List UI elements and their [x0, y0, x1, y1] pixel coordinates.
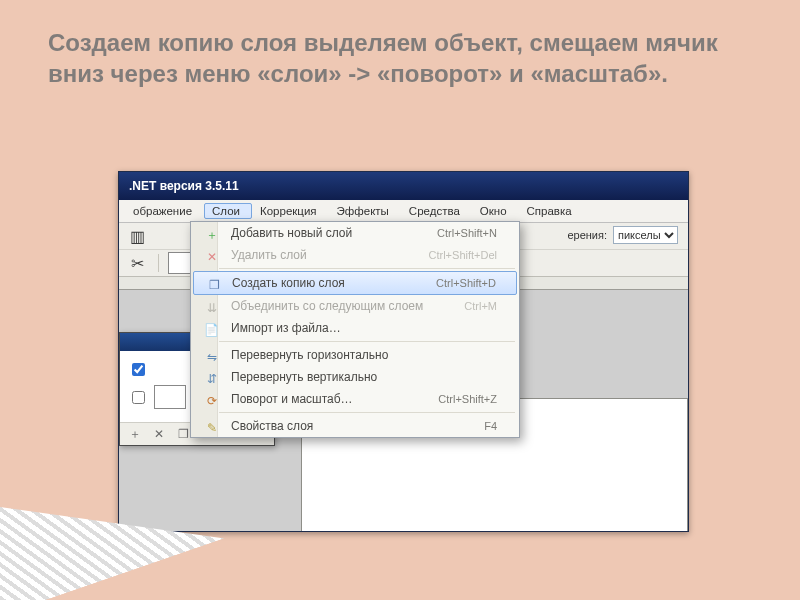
menu-item-label: Перевернуть вертикально [223, 368, 509, 386]
menu-image[interactable]: ображение [125, 203, 204, 219]
menu-effects[interactable]: Эффекты [329, 203, 401, 219]
menu-item-shortcut: Ctrl+Shift+Z [430, 391, 509, 407]
menu-item-import-file[interactable]: 📄 Импорт из файла… [191, 317, 519, 339]
units-area: ерения: пикселы [567, 226, 678, 244]
menu-item-shortcut [489, 326, 509, 330]
menu-item-delete-layer: ✕ Удалить слой Ctrl+Shift+Del [191, 244, 519, 266]
menu-item-shortcut: F4 [476, 418, 509, 434]
layer-visibility-checkbox[interactable] [132, 363, 145, 376]
menu-separator [219, 412, 515, 413]
menu-item-flip-horizontal[interactable]: ⇋ Перевернуть горизонтально [191, 344, 519, 366]
add-layer-icon[interactable]: ＋ [126, 426, 144, 442]
units-select[interactable]: пикселы [613, 226, 678, 244]
menu-item-shortcut: Ctrl+Shift+N [429, 225, 509, 241]
menu-item-duplicate-layer[interactable]: ❐ Создать копию слоя Ctrl+Shift+D [193, 271, 517, 295]
menu-item-label: Импорт из файла… [223, 319, 489, 337]
menu-tools[interactable]: Средства [401, 203, 472, 219]
menu-help[interactable]: Справка [519, 203, 584, 219]
layer-thumbnail [154, 385, 186, 409]
menu-item-label: Удалить слой [223, 246, 421, 264]
menu-item-label: Свойства слоя [223, 417, 476, 435]
separator [158, 254, 159, 272]
menu-item-label: Объединить со следующим слоем [223, 297, 456, 315]
flip-v-icon: ⇵ [195, 369, 232, 389]
menu-item-shortcut: Ctrl+Shift+Del [421, 247, 509, 263]
flip-h-icon: ⇋ [195, 347, 232, 367]
menu-item-layer-properties[interactable]: ✎ Свойства слоя F4 [191, 415, 519, 437]
menu-separator [219, 268, 515, 269]
tool-cut[interactable]: ✂ [125, 252, 149, 274]
menu-item-label: Создать копию слоя [224, 274, 428, 292]
tool-button[interactable]: ▥ [125, 225, 149, 247]
menu-layers[interactable]: Слои [204, 203, 252, 219]
menu-separator [219, 341, 515, 342]
menu-item-add-layer[interactable]: ＋ Добавить новый слой Ctrl+Shift+N [191, 222, 519, 244]
menu-item-merge-down: ⇊ Объединить со следующим слоем Ctrl+M [191, 295, 519, 317]
screenshot-frame: .NET версия 3.5.11 ображение Слои Коррек… [118, 171, 689, 532]
layers-dropdown: ＋ Добавить новый слой Ctrl+Shift+N ✕ Уда… [190, 221, 520, 438]
units-label: ерения: [567, 229, 607, 241]
import-icon: 📄 [195, 320, 232, 340]
menu-item-label: Перевернуть горизонтально [223, 346, 509, 364]
merge-down-icon: ⇊ [195, 298, 232, 318]
window-titlebar: .NET версия 3.5.11 [119, 172, 688, 200]
properties-icon: ✎ [195, 418, 232, 438]
menu-item-shortcut: Ctrl+M [456, 298, 509, 314]
menu-item-label: Поворот и масштаб… [223, 390, 430, 408]
menu-item-rotate-zoom[interactable]: ⟳ Поворот и масштаб… Ctrl+Shift+Z [191, 388, 519, 410]
menu-item-shortcut: Ctrl+Shift+D [428, 275, 508, 291]
menu-correction[interactable]: Коррекция [252, 203, 329, 219]
slide-heading: Создаем копию слоя выделяем объект, смещ… [48, 28, 760, 89]
delete-layer-icon: ✕ [195, 247, 232, 267]
rotate-icon: ⟳ [195, 391, 232, 411]
menu-item-label: Добавить новый слой [223, 224, 429, 242]
menu-bar: ображение Слои Коррекция Эффекты Средств… [119, 200, 688, 223]
add-layer-icon: ＋ [195, 225, 232, 245]
delete-layer-icon[interactable]: ✕ [150, 426, 168, 442]
menu-item-flip-vertical[interactable]: ⇵ Перевернуть вертикально [191, 366, 519, 388]
layer-visibility-checkbox[interactable] [132, 391, 145, 404]
slide-root: Создаем копию слоя выделяем объект, смещ… [0, 0, 800, 600]
copy-layer-icon: ❐ [198, 275, 235, 295]
menu-window[interactable]: Окно [472, 203, 519, 219]
